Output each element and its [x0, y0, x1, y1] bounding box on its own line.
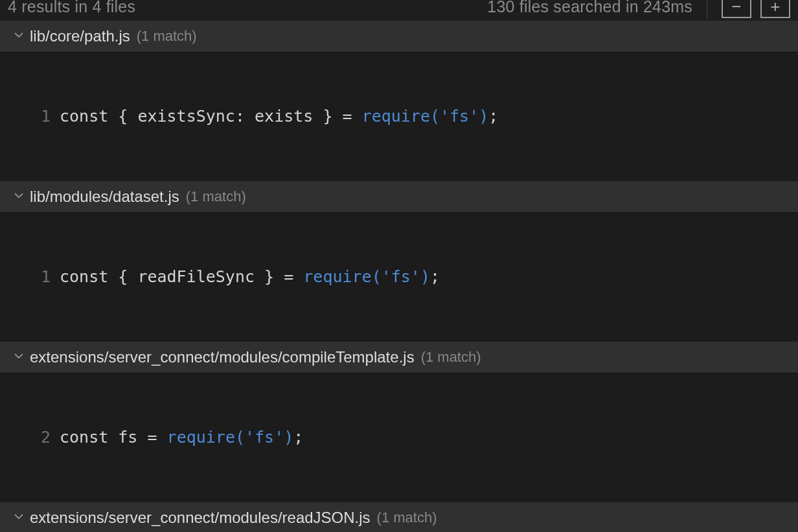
chevron-down-icon	[14, 351, 23, 360]
chevron-down-icon	[14, 512, 23, 521]
code-suffix: ;	[293, 428, 303, 447]
result-file-header[interactable]: extensions/server_connect/modules/readJS…	[0, 502, 798, 532]
code-arg: ('fs')	[372, 267, 430, 286]
collapse-all-button[interactable]: −	[722, 0, 751, 18]
file-path: lib/core/path.js	[30, 27, 130, 45]
search-status-bar: 4 results in 4 files 130 files searched …	[0, 0, 798, 19]
line-number: 1	[0, 107, 60, 126]
divider	[707, 0, 707, 19]
code-arg: ('fs')	[430, 107, 488, 126]
code-text: const { readFileSync } =	[60, 267, 303, 286]
results-summary: 4 results in 4 files	[8, 0, 135, 16]
match-count: (1 match)	[186, 188, 246, 205]
match-code-block[interactable]: 2 const fs = require('fs');	[0, 373, 798, 501]
result-file-header[interactable]: extensions/server_connect/modules/compil…	[0, 342, 798, 373]
match-count: (1 match)	[421, 349, 481, 366]
match-code-block[interactable]: 1 const { readFileSync } = require('fs')…	[0, 212, 798, 340]
search-stats: 130 files searched in 243ms	[487, 0, 692, 16]
code-text: const { existsSync: exists } =	[60, 107, 362, 126]
code-suffix: ;	[430, 267, 440, 286]
match-code-block[interactable]: 1 const { existsSync: exists } = require…	[0, 52, 798, 180]
expand-all-button[interactable]: +	[760, 0, 790, 18]
chevron-down-icon	[14, 30, 23, 39]
code-line[interactable]: 1 const { readFileSync } = require('fs')…	[0, 267, 798, 286]
line-number: 2	[0, 428, 60, 447]
match-count: (1 match)	[137, 28, 197, 45]
code-call: require	[362, 107, 430, 126]
result-file-header[interactable]: lib/core/path.js (1 match)	[0, 21, 798, 52]
match-count: (1 match)	[377, 509, 437, 526]
line-number: 1	[0, 267, 60, 286]
code-call: require	[303, 267, 371, 286]
file-path: lib/modules/dataset.js	[30, 188, 179, 206]
code-text: const fs =	[60, 428, 167, 447]
code-line[interactable]: 2 const fs = require('fs');	[0, 428, 798, 447]
result-file-header[interactable]: lib/modules/dataset.js (1 match)	[0, 181, 798, 212]
code-arg: ('fs')	[235, 428, 293, 447]
search-results: lib/core/path.js (1 match) 1 const { exi…	[0, 21, 798, 532]
file-path: extensions/server_connect/modules/readJS…	[30, 509, 370, 527]
chevron-down-icon	[14, 191, 23, 200]
code-line[interactable]: 1 const { existsSync: exists } = require…	[0, 107, 798, 126]
code-suffix: ;	[488, 107, 498, 126]
code-call: require	[167, 428, 235, 447]
file-path: extensions/server_connect/modules/compil…	[30, 348, 415, 366]
